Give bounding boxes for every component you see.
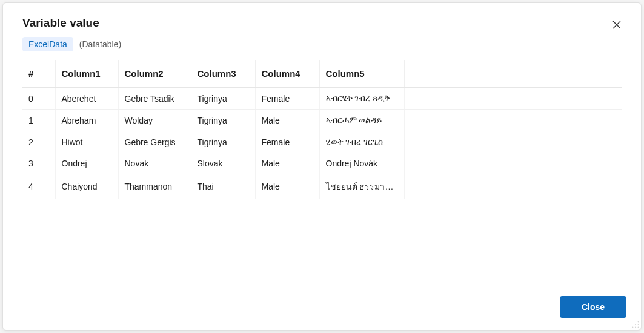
cell: Aberehet — [55, 88, 118, 110]
svg-point-4 — [635, 324, 636, 325]
cell-padding — [404, 88, 622, 110]
cell: ኣብርሄት ገብረ ጻዲቅ — [319, 88, 404, 110]
cell-index: 0 — [22, 88, 55, 110]
dialog-footer: Close — [560, 296, 626, 318]
cell: Tigrinya — [191, 88, 255, 110]
col-5-header[interactable]: Column5 — [319, 60, 404, 88]
cell: Male — [255, 153, 319, 174]
cell-index: 1 — [22, 110, 55, 131]
cell: Slovak — [191, 153, 255, 174]
cell: Male — [255, 174, 319, 199]
col-1-header[interactable]: Column1 — [55, 60, 118, 88]
cell-index: 2 — [22, 131, 55, 153]
col-3-header[interactable]: Column3 — [191, 60, 255, 88]
cell: ไชยยนต์ ธรรมานนท์ — [319, 174, 404, 199]
col-index-header[interactable]: # — [22, 60, 55, 88]
close-button[interactable]: Close — [560, 296, 626, 318]
cell-padding — [404, 110, 622, 131]
table-row[interactable]: 1 Abreham Wolday Tigrinya Male ኣብርሓም ወልዳ… — [22, 110, 622, 131]
cell: Abreham — [55, 110, 118, 131]
svg-point-6 — [635, 327, 636, 328]
variable-name-badge: ExcelData — [22, 37, 73, 51]
table-row[interactable]: 2 Hiwot Gebre Gergis Tigrinya Female ሂወት… — [22, 131, 622, 153]
cell-index: 3 — [22, 153, 55, 174]
cell: Hiwot — [55, 131, 118, 153]
table-row[interactable]: 3 Ondrej Novak Slovak Male Ondrej Novák — [22, 153, 622, 174]
cell: Gebre Gergis — [118, 131, 191, 153]
table-header-row: # Column1 Column2 Column3 Column4 Column… — [22, 60, 622, 88]
cell-index: 4 — [22, 174, 55, 199]
cell: Novak — [118, 153, 191, 174]
svg-point-7 — [632, 327, 633, 328]
dialog-header: Variable value — [3, 3, 641, 31]
cell: Thai — [191, 174, 255, 199]
svg-point-5 — [638, 327, 639, 328]
cell-padding — [404, 131, 622, 153]
cell: Tigrinya — [191, 131, 255, 153]
resize-grip-icon[interactable] — [631, 320, 640, 329]
col-4-header[interactable]: Column4 — [255, 60, 319, 88]
col-2-header[interactable]: Column2 — [118, 60, 191, 88]
table-row[interactable]: 4 Chaiyond Thammanon Thai Male ไชยยนต์ ธ… — [22, 174, 622, 199]
col-padding-header — [404, 60, 622, 88]
cell: Gebre Tsadik — [118, 88, 191, 110]
cell-padding — [404, 153, 622, 174]
cell: Female — [255, 131, 319, 153]
cell: Chaiyond — [55, 174, 118, 199]
cell: Male — [255, 110, 319, 131]
cell: Ondrej Novák — [319, 153, 404, 174]
dialog-title: Variable value — [22, 16, 99, 30]
svg-point-3 — [638, 324, 639, 325]
data-table: # Column1 Column2 Column3 Column4 Column… — [22, 60, 622, 199]
variable-type-label: (Datatable) — [79, 39, 121, 49]
cell-padding — [404, 174, 622, 199]
cell: Wolday — [118, 110, 191, 131]
table-container: # Column1 Column2 Column3 Column4 Column… — [3, 60, 641, 199]
close-icon[interactable] — [611, 19, 623, 31]
cell: Female — [255, 88, 319, 110]
cell: Thammanon — [118, 174, 191, 199]
variable-value-dialog: Variable value ExcelData (Datatable) # C… — [2, 2, 642, 331]
svg-point-2 — [638, 321, 639, 322]
cell: Ondrej — [55, 153, 118, 174]
cell: ኣብርሓም ወልዳይ — [319, 110, 404, 131]
variable-info-row: ExcelData (Datatable) — [3, 31, 641, 60]
table-row[interactable]: 0 Aberehet Gebre Tsadik Tigrinya Female … — [22, 88, 622, 110]
cell: ሂወት ገብረ ገርጊስ — [319, 131, 404, 153]
cell: Tigrinya — [191, 110, 255, 131]
